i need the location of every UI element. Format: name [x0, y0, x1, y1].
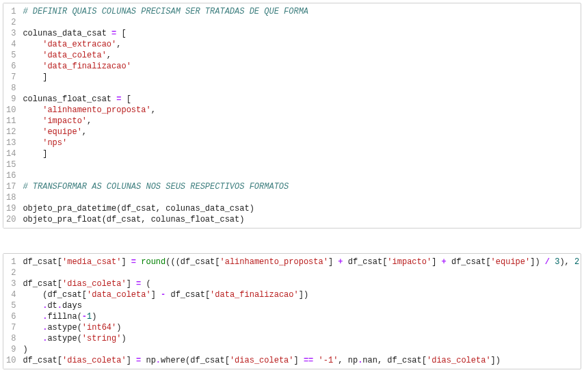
code-token: , [107, 51, 111, 60]
code-token: 'nps' [42, 138, 67, 148]
code-token: # DEFINIR QUAIS COLUNAS PRECISAM SER TRA… [23, 7, 308, 16]
code-line[interactable]: .fillna(-1) [23, 311, 575, 322]
line-number: 11 [6, 116, 16, 127]
code-token: 'data_extracao' [42, 40, 116, 49]
code-cell-2[interactable]: 12345678910 df_csat['media_csat'] = roun… [3, 253, 581, 369]
code-token: objeto_pra_datetime(df_csat, colunas_dat… [23, 204, 254, 213]
line-number: 13 [6, 138, 16, 148]
code-token: 'impacto' [387, 257, 432, 267]
code-token: objeto_pra_float(df_csat, colunas_float_… [23, 215, 244, 224]
code-token: ) [121, 334, 126, 343]
code-token: (((df_csat[ [165, 257, 220, 267]
code-line[interactable]: ) [23, 344, 575, 355]
code-token: colunas_data_csat [23, 29, 111, 38]
code-token: df_csat[ [447, 257, 491, 267]
code-token: days [62, 301, 82, 311]
code-editor-1[interactable]: # DEFINIR QUAIS COLUNAS PRECISAM SER TRA… [20, 3, 581, 228]
code-line[interactable]: 'data_extracao', [23, 39, 575, 50]
code-token: == [304, 356, 313, 365]
line-number: 5 [6, 300, 16, 311]
code-line[interactable]: .dt.days [23, 300, 575, 311]
line-number: 18 [6, 192, 16, 203]
code-line[interactable]: objeto_pra_datetime(df_csat, colunas_dat… [23, 203, 575, 214]
code-token [23, 51, 42, 60]
code-token: = [131, 257, 136, 267]
code-token: colunas_float_csat [23, 94, 116, 104]
code-line[interactable]: colunas_data_csat = [ [23, 28, 575, 39]
line-number: 17 [6, 181, 16, 192]
code-line[interactable]: .astype('int64') [23, 322, 575, 333]
code-token: ] [127, 279, 136, 289]
code-token: astype( [47, 323, 81, 332]
code-line[interactable]: .astype('string') [23, 333, 575, 344]
code-line[interactable]: ] [23, 148, 575, 159]
code-line[interactable]: 'nps' [23, 138, 575, 148]
code-token: astype( [47, 334, 81, 343]
line-number: 10 [6, 105, 16, 116]
code-token: 'dias_coleta' [62, 279, 127, 289]
line-gutter-2: 12345678910 [3, 254, 20, 369]
code-line[interactable] [23, 267, 575, 278]
code-token: 'impacto' [42, 116, 87, 126]
code-line[interactable]: 'alinhamento_proposta', [23, 105, 575, 116]
code-token: / [545, 257, 550, 267]
code-line[interactable]: (df_csat['data_coleta'] - df_csat['data_… [23, 289, 575, 300]
code-line[interactable]: df_csat['media_csat'] = round(((df_csat[… [23, 257, 575, 267]
code-token: , [116, 40, 121, 49]
code-token: , [82, 127, 87, 137]
code-line[interactable]: ] [23, 72, 575, 83]
line-number: 5 [6, 50, 16, 61]
code-token [23, 323, 42, 332]
code-token: nan, df_csat[ [362, 356, 427, 365]
line-number: 12 [6, 127, 16, 138]
code-token: , np [338, 356, 358, 365]
code-token: ]) [491, 356, 501, 365]
code-token: [ [116, 29, 126, 38]
code-line[interactable]: 'data_finalizacao' [23, 61, 575, 72]
code-token: 'alinhamento_proposta' [42, 105, 150, 115]
code-token: ] [151, 290, 161, 300]
code-token [23, 40, 42, 49]
code-cell-1[interactable]: 1234567891011121314151617181920 # DEFINI… [3, 3, 581, 228]
code-line[interactable] [23, 192, 575, 203]
code-token [23, 334, 42, 343]
code-token: ), [559, 257, 574, 267]
code-line[interactable]: df_csat['dias_coleta'] = ( [23, 278, 575, 289]
code-line[interactable]: colunas_float_csat = [ [23, 94, 575, 105]
code-token: (df_csat[ [23, 290, 87, 300]
code-line[interactable] [23, 159, 575, 170]
code-line[interactable]: # TRANSFORMAR AS COLUNAS NOS SEUS RESPEC… [23, 181, 575, 192]
code-token: fillna( [47, 312, 81, 322]
code-token: , [87, 116, 92, 126]
code-line[interactable]: df_csat['dias_coleta'] = np.where(df_csa… [23, 355, 575, 366]
line-number: 9 [6, 94, 16, 105]
code-area-1: 1234567891011121314151617181920 # DEFINI… [3, 3, 581, 228]
code-token: ) [116, 323, 121, 332]
code-token: ] [432, 257, 441, 267]
code-token: 'dias_coleta' [62, 356, 127, 365]
code-line[interactable]: 'data_coleta', [23, 50, 575, 61]
code-line[interactable]: # DEFINIR QUAIS COLUNAS PRECISAM SER TRA… [23, 6, 575, 17]
code-token: where(df_csat[ [161, 356, 230, 365]
code-line[interactable]: 'equipe', [23, 127, 575, 138]
code-token: 'dias_coleta' [230, 356, 294, 365]
code-token [23, 62, 42, 71]
line-gutter-1: 1234567891011121314151617181920 [3, 3, 20, 228]
code-line[interactable]: 'impacto', [23, 116, 575, 127]
code-editor-2[interactable]: df_csat['media_csat'] = round(((df_csat[… [20, 254, 581, 369]
line-number: 9 [6, 344, 16, 355]
line-number: 14 [6, 148, 16, 159]
code-token: 'equipe' [42, 127, 82, 137]
line-number: 16 [6, 170, 16, 181]
code-token: ( [141, 279, 150, 289]
code-line[interactable] [23, 17, 575, 28]
code-token: df_csat[ [165, 290, 210, 300]
code-token: 'alinhamento_proposta' [220, 257, 328, 267]
code-token: 'media_csat' [62, 257, 121, 267]
code-token: dt [47, 301, 57, 311]
line-number: 20 [6, 214, 16, 225]
code-line[interactable]: objeto_pra_float(df_csat, colunas_float_… [23, 214, 575, 225]
code-line[interactable] [23, 170, 575, 181]
code-line[interactable] [23, 83, 575, 94]
line-number: 4 [6, 289, 16, 300]
